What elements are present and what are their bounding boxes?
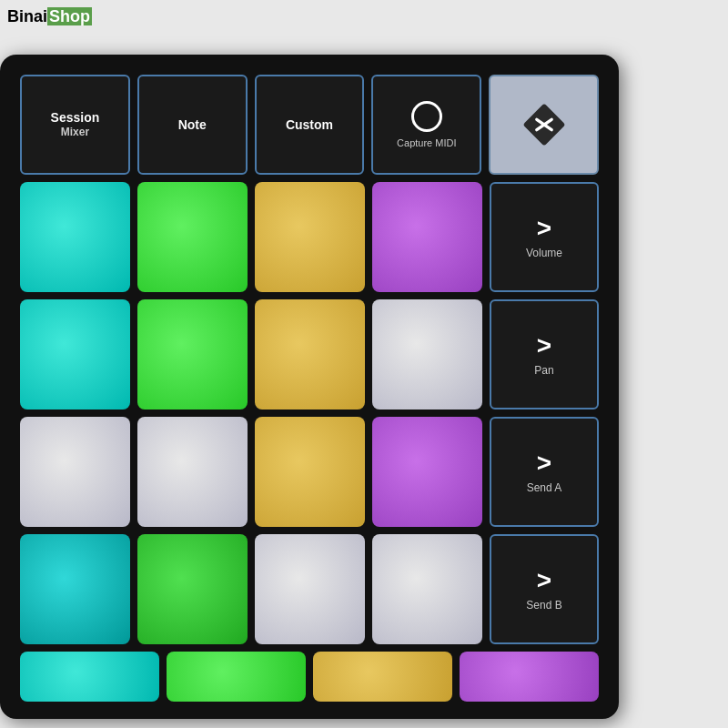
send-a-chevron-icon: > bbox=[537, 450, 551, 476]
pad-bottom3[interactable] bbox=[313, 652, 452, 702]
pad-r2c1[interactable] bbox=[20, 299, 130, 410]
pad-r1c2[interactable] bbox=[137, 182, 248, 292]
mode-buttons-row: Session Mixer Note Custom Capture MIDI bbox=[20, 75, 599, 175]
logo-binai: Binai bbox=[7, 7, 47, 25]
send-a-label: Send A bbox=[527, 481, 562, 494]
logo: BinaiShop bbox=[7, 7, 92, 26]
pad-r1c1[interactable] bbox=[20, 182, 130, 292]
pad-r3c1[interactable] bbox=[20, 417, 130, 527]
volume-button[interactable]: > Volume bbox=[490, 182, 599, 292]
session-label: Session bbox=[51, 109, 100, 126]
novation-logo-icon bbox=[521, 102, 567, 147]
pad-r1c3[interactable] bbox=[255, 182, 365, 292]
capture-midi-label: Capture MIDI bbox=[397, 137, 456, 148]
volume-chevron-icon: > bbox=[537, 216, 551, 241]
pad-bottom2[interactable] bbox=[167, 652, 306, 702]
volume-label: Volume bbox=[526, 247, 562, 259]
bottom-partial-pads bbox=[20, 652, 599, 702]
pad-r3c2[interactable] bbox=[137, 417, 248, 527]
pan-button[interactable]: > Pan bbox=[490, 299, 599, 410]
pad-grid bbox=[20, 182, 482, 644]
send-b-chevron-icon: > bbox=[537, 568, 551, 593]
capture-midi-button[interactable]: Capture MIDI bbox=[371, 75, 481, 175]
send-buttons-column: > Volume > Pan > Send A > Send B bbox=[490, 182, 599, 644]
pad-r2c3[interactable] bbox=[255, 299, 365, 410]
pad-r4c1[interactable] bbox=[20, 534, 130, 644]
pan-chevron-icon: > bbox=[537, 333, 551, 359]
pad-r4c2[interactable] bbox=[137, 534, 248, 644]
logo-shop: Shop bbox=[47, 7, 92, 25]
pan-label: Pan bbox=[534, 364, 553, 377]
pad-r3c4[interactable] bbox=[372, 417, 482, 527]
custom-label: Custom bbox=[286, 116, 333, 133]
send-a-button[interactable]: > Send A bbox=[490, 417, 599, 527]
send-b-button[interactable]: > Send B bbox=[490, 534, 599, 644]
pad-r4c4[interactable] bbox=[372, 534, 482, 644]
pad-bottom1[interactable] bbox=[20, 652, 159, 702]
note-button[interactable]: Note bbox=[137, 75, 248, 175]
pad-r4c3[interactable] bbox=[255, 534, 365, 644]
device-body: Session Mixer Note Custom Capture MIDI bbox=[0, 55, 619, 719]
pad-r1c4[interactable] bbox=[372, 182, 482, 292]
pad-r2c4[interactable] bbox=[372, 299, 482, 410]
session-mixer-button[interactable]: Session Mixer bbox=[20, 75, 130, 175]
note-label: Note bbox=[178, 116, 207, 133]
pad-bottom4[interactable] bbox=[460, 652, 599, 702]
pad-r3c3[interactable] bbox=[255, 417, 365, 527]
send-b-label: Send B bbox=[526, 599, 561, 612]
mixer-label: Mixer bbox=[61, 126, 89, 140]
capture-circle-icon bbox=[411, 101, 442, 132]
pad-r2c2[interactable] bbox=[137, 299, 248, 410]
custom-button[interactable]: Custom bbox=[255, 75, 365, 175]
pad-and-controls-area: > Volume > Pan > Send A > Send B bbox=[20, 182, 599, 644]
novation-logo-button[interactable] bbox=[489, 75, 599, 175]
